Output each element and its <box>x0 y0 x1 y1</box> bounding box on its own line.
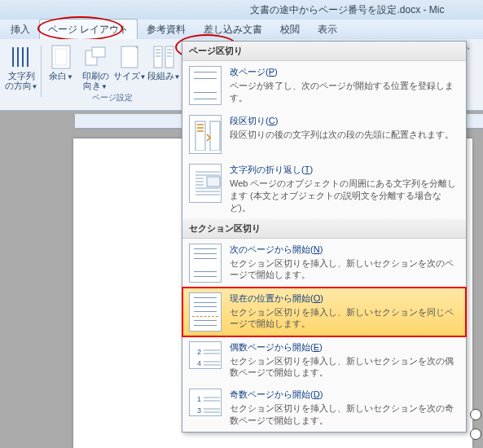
tab-view[interactable]: 表示 <box>309 19 346 41</box>
svg-rect-15 <box>195 121 205 151</box>
tab-page-layout[interactable]: ページ レイアウト <box>39 19 138 41</box>
tab-mailings[interactable]: 差し込み文書 <box>195 19 271 41</box>
breaks-dropdown: ページ区切り 改ページ(P) ページが終了し、次のページが開始する位置を登録しま… <box>182 41 467 433</box>
even-page-icon: 24 <box>189 341 222 369</box>
text-direction-icon <box>8 44 34 70</box>
svg-rect-4 <box>121 46 138 68</box>
margins-button[interactable]: 余白▼ <box>44 42 78 90</box>
odd-page-icon: 13 <box>189 389 222 416</box>
margins-icon <box>48 44 74 70</box>
text-wrap-icon <box>189 164 222 203</box>
svg-rect-3 <box>92 47 105 57</box>
menu-item-continuous[interactable]: 現在の位置から開始(O) セクション区切りを挿入し、新しいセクションを同じページ… <box>182 287 467 337</box>
svg-text:1: 1 <box>197 395 201 403</box>
menu-item-page-break[interactable]: 改ページ(P) ページが終了し、次のページが開始する位置を登録します。 <box>182 61 466 110</box>
text-direction-button[interactable]: 文字列の方向▼ <box>4 42 38 90</box>
menu-item-column-break[interactable]: 段区切り(C) 段区切りの後の文字列は次の段の先頭に配置されます。 <box>182 110 466 159</box>
tab-insert[interactable]: 挿入 <box>2 19 39 41</box>
columns-button[interactable]: 段組み▼ <box>147 42 181 90</box>
tab-references[interactable]: 参考資料 <box>138 19 195 41</box>
size-icon <box>116 44 143 70</box>
window-title: 文書の途中からページ番号を設定.docx - Mic <box>250 4 444 15</box>
menu-header-page-breaks: ページ区切り <box>182 42 466 61</box>
tab-review[interactable]: 校閲 <box>271 19 309 41</box>
title-bar: 文書の途中からページ番号を設定.docx - Mic <box>0 0 483 20</box>
page-setup-group-label: ページ設定 <box>92 92 133 103</box>
annotation-option-circles <box>470 409 481 448</box>
orientation-icon <box>82 44 108 70</box>
svg-text:4: 4 <box>197 359 201 366</box>
ribbon-tabs: 挿入 ページ レイアウト 参考資料 差し込み文書 校閲 表示 <box>0 20 483 39</box>
column-break-icon <box>189 115 222 154</box>
menu-item-next-page[interactable]: 次のページから開始(N) セクション区切りを挿入し、新しいセクションを次のページ… <box>182 239 466 288</box>
svg-rect-16 <box>210 121 220 151</box>
menu-item-odd-page[interactable]: 13 奇数ページから開始(D) セクション区切りを挿入し、新しいセクションを次の… <box>182 384 466 432</box>
svg-rect-17 <box>207 177 220 187</box>
orientation-button[interactable]: 印刷の向き▼ <box>78 42 112 90</box>
svg-text:2: 2 <box>197 348 201 356</box>
page-break-icon <box>189 66 222 105</box>
menu-item-text-wrap[interactable]: 文字列の折り返し(T) Web ページのオブジェクトの周囲にある文字列を分離しま… <box>182 159 466 219</box>
menu-item-even-page[interactable]: 24 偶数ページから開始(E) セクション区切りを挿入し、新しいセクションを次の… <box>182 336 466 384</box>
continuous-icon <box>189 292 222 332</box>
next-page-icon <box>189 244 222 283</box>
svg-text:3: 3 <box>197 406 201 413</box>
columns-icon <box>151 44 177 70</box>
size-button[interactable]: サイズ▼ <box>112 42 147 90</box>
menu-header-section-breaks: セクション区切り <box>182 219 466 239</box>
